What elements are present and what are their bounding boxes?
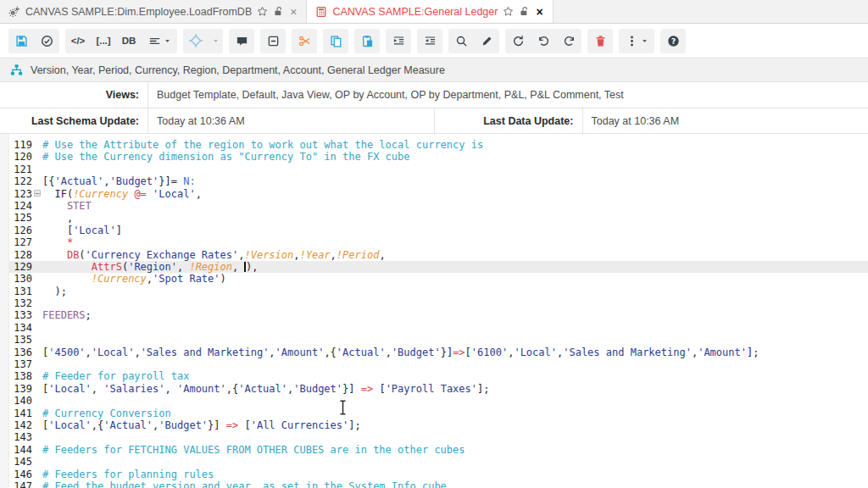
collapse-minus-icon[interactable]: – <box>34 190 41 197</box>
code-editor[interactable]: 119# Use the Attribute of the region to … <box>0 134 868 488</box>
undo-button[interactable] <box>531 29 556 53</box>
star-icon[interactable] <box>257 6 268 17</box>
code-line-121[interactable]: 121 <box>0 164 868 175</box>
indent-icon <box>392 35 405 47</box>
delete-button[interactable] <box>587 29 613 53</box>
search-icon <box>455 35 468 47</box>
code-text: # Feeders for FETCHING VALUES FROM OTHER… <box>42 444 868 456</box>
code-line-142[interactable]: 142['Local',{'Actual','Budget'}] => ['Al… <box>0 419 868 431</box>
tab-general-ledger[interactable]: CANVAS SAMPLE:General Ledger × <box>307 0 553 23</box>
save-button[interactable] <box>8 29 34 53</box>
search-button[interactable] <box>448 29 474 53</box>
code-line-125[interactable]: 125 , <box>0 212 868 224</box>
more-button[interactable] <box>619 29 654 53</box>
close-icon[interactable]: × <box>289 6 298 18</box>
code-line-147[interactable]: 147# Feed the budget version and year, a… <box>0 480 868 488</box>
code-text: IF(!Currency @= 'Local', <box>42 188 868 200</box>
caret-down-icon <box>212 37 220 45</box>
code-text <box>42 334 868 346</box>
code-line-123[interactable]: 123– IF(!Currency @= 'Local', <box>0 188 868 200</box>
code-line-139[interactable]: 139['Local', 'Salaries', 'Amount',{'Actu… <box>0 383 868 395</box>
edit-button[interactable] <box>474 29 499 53</box>
help-button[interactable]: ? <box>660 29 686 53</box>
code-view-button[interactable]: </> <box>65 29 91 53</box>
toolbar-group <box>354 29 380 53</box>
code-line-133[interactable]: 133FEEDERS; <box>0 309 868 321</box>
close-icon[interactable]: × <box>535 6 543 18</box>
code-line-138[interactable]: 138# Feeder for payroll tax <box>0 370 868 382</box>
code-line-126[interactable]: 126 ['Local'] <box>0 225 868 236</box>
code-line-120[interactable]: 120# Use the Currency dimension as "Curr… <box>0 151 868 163</box>
code-line-129[interactable]: 129 AttrS('Region', !Region, ), <box>0 261 868 273</box>
cube-rules-icon <box>315 6 327 18</box>
code-text: # Feed the budget version and year, as s… <box>42 480 868 488</box>
fold-gutter <box>32 347 42 358</box>
code-line-131[interactable]: 131 ); <box>0 286 868 297</box>
code-line-144[interactable]: 144# Feeders for FETCHING VALUES FROM OT… <box>0 444 868 456</box>
gears-icon <box>8 6 20 18</box>
toolbar-group <box>386 29 411 53</box>
check-circle-icon <box>41 35 53 47</box>
code-line-119[interactable]: 119# Use the Attribute of the region to … <box>0 139 868 151</box>
code-line-124[interactable]: 124 STET <box>0 200 868 212</box>
code-text <box>42 431 868 443</box>
refresh-button[interactable] <box>505 29 531 53</box>
toolbar-group: ? <box>660 29 686 53</box>
unlock-icon[interactable] <box>273 6 284 17</box>
toolbar-group <box>619 29 654 53</box>
code-line-140[interactable]: 140 <box>0 395 868 407</box>
code-line-137[interactable]: 137 <box>0 358 868 370</box>
diamond-target-icon <box>189 34 203 47</box>
code-line-130[interactable]: 130 !Currency,'Spot Rate') <box>0 273 868 285</box>
code-text <box>42 358 868 370</box>
code-text: * <box>42 236 868 248</box>
code-line-122[interactable]: 122[{'Actual','Budget'}]= N: <box>0 175 868 187</box>
code-line-135[interactable]: 135 <box>0 334 868 346</box>
code-line-132[interactable]: 132 <box>0 297 868 309</box>
outdent-button[interactable] <box>417 29 442 53</box>
code-text <box>42 297 868 309</box>
code-line-128[interactable]: 128 DB('Currency Exchange Rates',!Versio… <box>0 249 868 261</box>
code-view-button-label: </> <box>71 36 86 46</box>
code-text: DB('Currency Exchange Rates',!Version,!Y… <box>42 249 868 261</box>
fold-gutter <box>32 309 42 321</box>
code-line-141[interactable]: 141# Currency Conversion <box>0 408 868 419</box>
fold-gutter <box>32 358 42 370</box>
db-button[interactable]: DB <box>116 29 142 53</box>
indent-button[interactable] <box>386 29 411 53</box>
code-line-136[interactable]: 136['4500','Local','Sales and Marketing'… <box>0 347 868 358</box>
code-line-134[interactable]: 134 <box>0 322 868 334</box>
redo-button[interactable] <box>556 29 581 53</box>
code-text: ['4500','Local','Sales and Marketing','A… <box>42 347 868 358</box>
collapse-button[interactable] <box>260 29 286 53</box>
toolbar-group <box>587 29 613 53</box>
unlock-icon[interactable] <box>519 6 530 17</box>
collapse-icon <box>267 35 280 47</box>
locate-caret-button[interactable] <box>209 29 223 53</box>
format-lines-button[interactable] <box>142 29 177 53</box>
brackets-button[interactable]: [...] <box>91 29 116 53</box>
toolbar-group <box>448 29 499 53</box>
help-icon: ? <box>667 35 680 47</box>
code-text: # Use the Currency dimension as "Currenc… <box>42 151 868 163</box>
code-line-146[interactable]: 146# Feeders for planning rules <box>0 469 868 480</box>
locate-button[interactable] <box>183 29 209 53</box>
code-line-143[interactable]: 143 <box>0 431 868 443</box>
paste-button[interactable] <box>354 29 380 53</box>
comment-button[interactable] <box>229 29 254 53</box>
code-text: # Currency Conversion <box>42 408 868 419</box>
fold-gutter <box>32 431 42 443</box>
cut-button[interactable] <box>292 29 317 53</box>
fold-marker[interactable]: – <box>32 188 42 200</box>
db-button-label: DB <box>122 36 136 46</box>
views-value[interactable]: Budget Template, Default, Java View, OP … <box>148 82 868 108</box>
code-line-145[interactable]: 145 <box>0 456 868 468</box>
copy-button[interactable] <box>323 29 348 53</box>
toolbar-group <box>229 29 254 53</box>
tab-dim-employee-loadfromdb[interactable]: CANVAS SAMPLE:Dim.Employee.LoadFromDB × <box>0 0 307 23</box>
validate-button[interactable] <box>34 29 59 53</box>
trash-icon <box>594 35 607 47</box>
code-line-127[interactable]: 127 * <box>0 236 868 248</box>
fold-gutter <box>32 175 42 187</box>
star-icon[interactable] <box>503 6 514 17</box>
